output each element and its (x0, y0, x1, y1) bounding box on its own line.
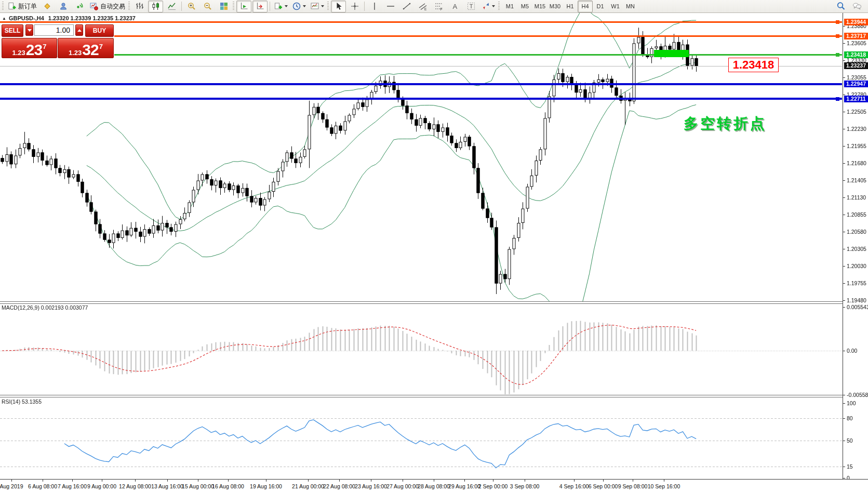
line-handle-marker[interactable] (836, 20, 839, 24)
axis-tick (843, 307, 845, 308)
horizontal-line-object[interactable] (0, 54, 842, 56)
panel-divider-macd[interactable] (0, 301, 868, 304)
price-axis[interactable]: 1.239441.237171.234181.229471.227111.232… (843, 13, 868, 479)
time-axis[interactable]: Aug 20196 Aug 08:007 Aug 16:009 Aug 00:0… (0, 479, 868, 492)
zoom-in-button[interactable] (184, 1, 199, 12)
line-handle-marker[interactable] (836, 97, 839, 101)
auto-scroll-button[interactable] (236, 1, 251, 12)
volume-input[interactable] (34, 24, 74, 36)
text-label-button[interactable]: T (463, 1, 478, 12)
time-axis-label: 4 Sep 16:00 (559, 483, 589, 489)
toolbar-grip[interactable] (233, 2, 234, 11)
search-icon[interactable] (833, 1, 848, 12)
price-level-badge: 1.22947 (844, 81, 868, 87)
text-button[interactable]: A (447, 1, 462, 12)
horizontal-line-button[interactable] (383, 1, 398, 12)
symbol-period-label: GBPUSD-,H4 (9, 15, 44, 21)
timeframe-w1-button[interactable]: W1 (608, 1, 623, 12)
candlestick-chart-button[interactable] (148, 1, 163, 12)
gold-icon (43, 2, 52, 11)
axis-tick (843, 351, 845, 351)
rectangle-annotation[interactable] (654, 50, 689, 57)
panel-divider-rsi[interactable] (0, 395, 868, 397)
chinese-text-annotation[interactable]: 多空转折点 (684, 114, 767, 134)
profile-icon[interactable] (56, 1, 71, 12)
price-level-badge: 1.23717 (844, 33, 868, 39)
axis-tick (843, 163, 845, 164)
cursor-button[interactable] (331, 1, 346, 12)
toolbar-grip[interactable] (498, 2, 500, 11)
fibo-icon: F (434, 2, 444, 11)
periods-dropdown[interactable] (290, 1, 308, 12)
sell-button[interactable]: SELL (2, 24, 23, 37)
one-click-collapse-toggle[interactable]: ▲ (2, 16, 6, 21)
mql5-market-icon[interactable] (39, 1, 55, 12)
axis-tick (843, 77, 845, 78)
add-indicator-dropdown[interactable] (272, 1, 289, 12)
time-tick (464, 480, 465, 482)
templates-dropdown[interactable] (309, 1, 326, 12)
horizontal-line-object[interactable] (0, 83, 842, 85)
time-tick (574, 480, 575, 482)
bar-chart-button[interactable] (132, 1, 147, 12)
vline-icon (370, 2, 379, 11)
signals-icon[interactable] (72, 1, 87, 12)
trendline-button[interactable] (399, 1, 414, 12)
time-axis-label: 2 Sep 00:00 (478, 483, 508, 489)
timeframe-m15-button[interactable]: M15 (532, 1, 547, 12)
axis-tick (843, 215, 845, 215)
timeframe-h1-button[interactable]: H1 (563, 1, 578, 12)
time-tick (11, 480, 12, 482)
chat-icon[interactable] (849, 1, 864, 12)
toolbar-grip[interactable] (128, 2, 130, 11)
axis-tick (843, 180, 845, 181)
timeframe-mn-button[interactable]: MN (623, 1, 638, 12)
crosshair-icon (350, 2, 359, 11)
buy-button[interactable]: BUY (85, 24, 114, 37)
axis-tick (843, 249, 845, 249)
vertical-line-button[interactable] (367, 1, 382, 12)
timeframe-h4-button[interactable]: H4 (578, 1, 593, 12)
rsi-axis-label: 15 (847, 463, 853, 470)
time-tick (434, 480, 434, 482)
horizontal-line-object[interactable] (0, 35, 842, 37)
crosshair-button[interactable] (347, 1, 362, 12)
new-order-button[interactable]: 新订单 (6, 1, 38, 12)
line-handle-marker[interactable] (836, 53, 839, 57)
caret-down-icon (285, 5, 288, 7)
time-tick (339, 480, 340, 482)
volume-increase-button[interactable] (75, 24, 83, 36)
axis-tick (843, 129, 845, 129)
bid-prefix: 1.23 (12, 49, 25, 57)
toolbar-right (833, 1, 865, 12)
timeframe-m30-button[interactable]: M30 (547, 1, 563, 12)
toolbar-grip[interactable] (2, 2, 4, 11)
horizontal-line-object[interactable] (0, 98, 842, 100)
timeframe-m5-button[interactable]: M5 (517, 1, 532, 12)
fibonacci-button[interactable]: F (431, 1, 446, 12)
caret-down-icon (492, 5, 495, 7)
toolbar-separator (364, 2, 365, 11)
one-click-trading-panel: SELL BUY 1.23237 1.23327 (0, 23, 114, 58)
equidistant-channel-button[interactable]: E (415, 1, 430, 12)
zoomin-icon (187, 2, 196, 11)
axis-tick (843, 266, 845, 267)
toolbar-items: 新订单自动交易EFAT (0, 0, 501, 12)
price-text-annotation[interactable]: 1.23418 (728, 58, 779, 72)
volume-decrease-button[interactable] (25, 24, 33, 36)
ask-price-button[interactable]: 1.23327 (58, 38, 114, 58)
zoom-out-button[interactable] (200, 1, 215, 12)
timeframe-m1-button[interactable]: M1 (502, 1, 517, 12)
tline-icon (402, 2, 411, 11)
time-axis-label: 16 Aug 08:00 (212, 483, 244, 489)
line-chart-button[interactable] (164, 1, 179, 12)
chart-shift-button[interactable] (252, 1, 268, 12)
toolbar-grip[interactable] (327, 2, 329, 11)
line-handle-marker[interactable] (836, 34, 839, 38)
toolbar: 新订单自动交易EFAT M1M5M15M30H1H4D1W1MN (0, 0, 868, 13)
arrows-dropdown[interactable] (479, 1, 497, 12)
tile-windows-button[interactable] (216, 1, 231, 12)
bid-price-button[interactable]: 1.23237 (2, 38, 57, 58)
autotrading-button[interactable]: 自动交易 (88, 1, 127, 12)
timeframe-d1-button[interactable]: D1 (593, 1, 608, 12)
